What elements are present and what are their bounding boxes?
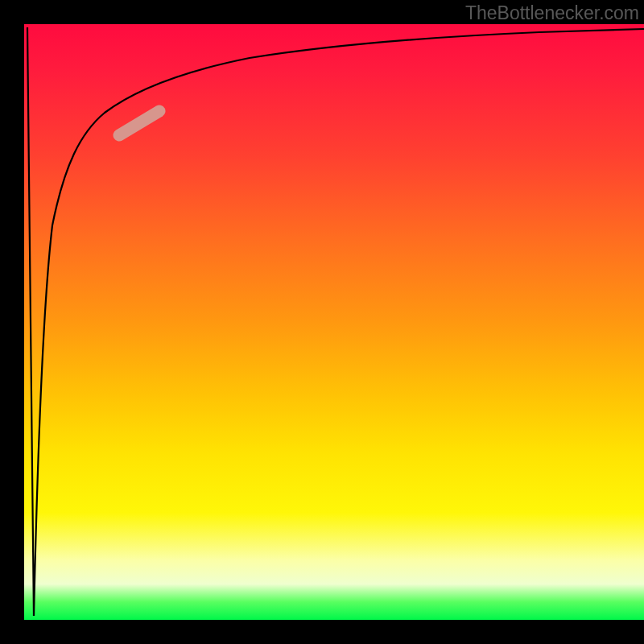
chart-container: TheBottlenecker.com [0,0,644,644]
curve-layer [24,24,644,620]
bottleneck-curve [27,27,644,616]
highlight-marker [119,111,159,135]
attribution-text: TheBottlenecker.com [465,2,639,24]
